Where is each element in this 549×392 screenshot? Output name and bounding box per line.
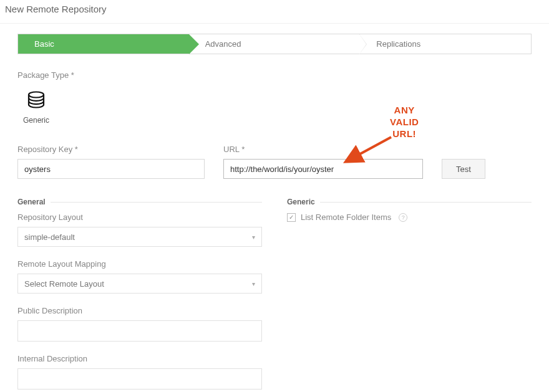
repo-key-input[interactable] <box>17 159 205 179</box>
internal-desc-input[interactable] <box>17 368 262 390</box>
wizard-step-basic[interactable]: Basic <box>18 34 189 54</box>
repo-layout-select[interactable]: simple-default ▾ <box>17 227 262 247</box>
section-generic: Generic <box>287 198 532 206</box>
remote-layout-select[interactable]: Select Remote Layout ▾ <box>17 274 262 294</box>
internal-desc-label: Internal Description <box>17 354 262 363</box>
annotation-text: ANY VALID URL! <box>390 105 419 140</box>
url-label: URL * <box>223 145 423 154</box>
list-remote-checkbox[interactable]: ✓ <box>287 213 296 222</box>
wizard-step-replications[interactable]: Replications <box>360 34 531 54</box>
repo-key-label: Repository Key * <box>17 145 205 154</box>
test-button[interactable]: Test <box>442 159 485 179</box>
wizard-step-advanced[interactable]: Advanced <box>189 34 361 54</box>
chevron-down-icon: ▾ <box>252 280 255 287</box>
public-desc-label: Public Description <box>17 306 262 315</box>
remote-layout-label: Remote Layout Mapping <box>17 259 262 269</box>
svg-point-0 <box>29 92 44 98</box>
package-type-name: Generic <box>23 116 49 125</box>
help-icon[interactable]: ? <box>399 213 407 222</box>
section-general: General <box>17 198 262 206</box>
page-title: New Remote Repository <box>0 0 549 24</box>
url-input[interactable] <box>223 159 423 179</box>
package-type-generic[interactable]: Generic <box>17 88 55 125</box>
chevron-down-icon: ▾ <box>252 234 255 241</box>
list-remote-label: List Remote Folder Items <box>301 213 391 222</box>
package-type-label: Package Type * <box>17 70 532 80</box>
wizard-steps: Basic Advanced Replications <box>17 34 532 54</box>
generic-package-icon <box>25 88 47 111</box>
public-desc-input[interactable] <box>17 320 262 342</box>
repo-layout-label: Repository Layout <box>17 213 262 222</box>
